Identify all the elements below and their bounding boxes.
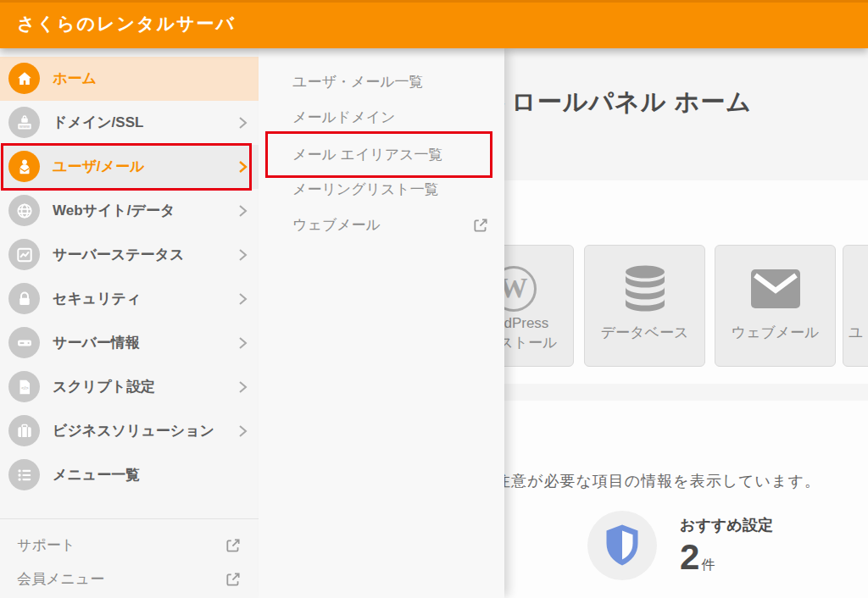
security-icon — [8, 283, 40, 314]
external-link-icon — [472, 217, 489, 234]
tile-cutoff[interactable]: ユ — [843, 245, 868, 367]
control-panel-page: コントロールパネル ホーム W WordPress インストール データベース — [0, 0, 868, 598]
submenu-item-mailing-list[interactable]: メーリングリスト一覧 — [259, 178, 504, 202]
external-link-icon — [225, 537, 242, 554]
sidebar-item-menu-list[interactable]: メニュー一覧 — [0, 453, 259, 497]
recommend-title: おすすめ設定 — [680, 515, 773, 535]
tile-label: ユ — [843, 323, 868, 342]
server-info-icon — [8, 327, 40, 358]
count-number: 2 — [680, 537, 699, 577]
domain-ssl-icon: WWW — [8, 107, 40, 138]
user-mail-icon — [8, 151, 40, 182]
sidebar-item-business-solution[interactable]: ビジネスソリューション — [0, 409, 259, 453]
sidebar-item-domain-ssl[interactable]: WWW ドメイン/SSL — [0, 101, 259, 145]
svg-text:WWW: WWW — [19, 124, 30, 128]
chevron-right-icon — [237, 335, 248, 351]
sidebar-item-website-data[interactable]: Webサイト/データ — [0, 189, 259, 233]
sidebar-link-support[interactable]: サポート — [0, 532, 259, 559]
website-data-icon — [8, 195, 40, 226]
chevron-right-icon — [237, 115, 248, 130]
recommend-count: 2件 — [680, 540, 715, 575]
database-icon — [585, 261, 704, 317]
chevron-right-icon — [237, 424, 248, 439]
sidebar-item-user-mail[interactable]: ユーザ/メール — [0, 145, 259, 189]
sidebar: ホーム WWW ドメイン/SSL — [0, 48, 259, 598]
tile-label: ウェブメール — [715, 323, 835, 342]
menu-list-icon — [8, 459, 40, 490]
sidebar-item-server-status[interactable]: サーバーステータス — [0, 233, 259, 277]
sidebar-item-home[interactable]: ホーム — [0, 57, 259, 101]
server-status-icon — [8, 239, 40, 270]
script-settings-icon: </> — [8, 371, 40, 402]
submenu-item-mail-domain[interactable]: メールドメイン — [259, 106, 504, 130]
app-header: さくらのレンタルサーバ — [0, 0, 868, 48]
external-link-icon — [225, 571, 242, 588]
security-note: 注意が必要な項目の情報を表示しています。 — [495, 471, 821, 491]
chevron-right-icon — [237, 203, 248, 219]
sidebar-item-server-info[interactable]: サーバー情報 — [0, 321, 259, 365]
user-mail-flyout-menu: ユーザ・メール一覧 メールドメイン メール エイリアス一覧 メーリングリスト一覧… — [259, 48, 504, 598]
chevron-right-icon — [237, 379, 248, 395]
sidebar-item-script-settings[interactable]: </> スクリプト設定 — [0, 365, 259, 409]
submenu-item-webmail[interactable]: ウェブメール — [259, 213, 504, 237]
business-solution-icon — [8, 415, 40, 446]
tile-webmail[interactable]: ウェブメール — [715, 245, 836, 367]
chevron-right-icon — [237, 247, 248, 263]
tile-database[interactable]: データベース — [584, 245, 705, 367]
submenu-item-user-mail-list[interactable]: ユーザ・メール一覧 — [259, 70, 504, 94]
count-unit: 件 — [701, 557, 715, 572]
shield-icon — [587, 511, 657, 580]
chevron-right-icon — [237, 291, 248, 307]
svg-text:</>: </> — [21, 385, 29, 390]
app-title: さくらのレンタルサーバ — [17, 12, 236, 36]
webmail-icon — [715, 261, 835, 317]
sidebar-item-security[interactable]: セキュリティ — [0, 277, 259, 321]
submenu-item-mail-alias-list[interactable]: メール エイリアス一覧 — [259, 143, 504, 167]
tile-label: データベース — [585, 323, 704, 342]
sidebar-divider — [0, 518, 259, 519]
chevron-right-icon — [237, 159, 248, 174]
sidebar-link-member-menu[interactable]: 会員メニュー — [0, 566, 259, 593]
home-icon — [8, 63, 40, 94]
